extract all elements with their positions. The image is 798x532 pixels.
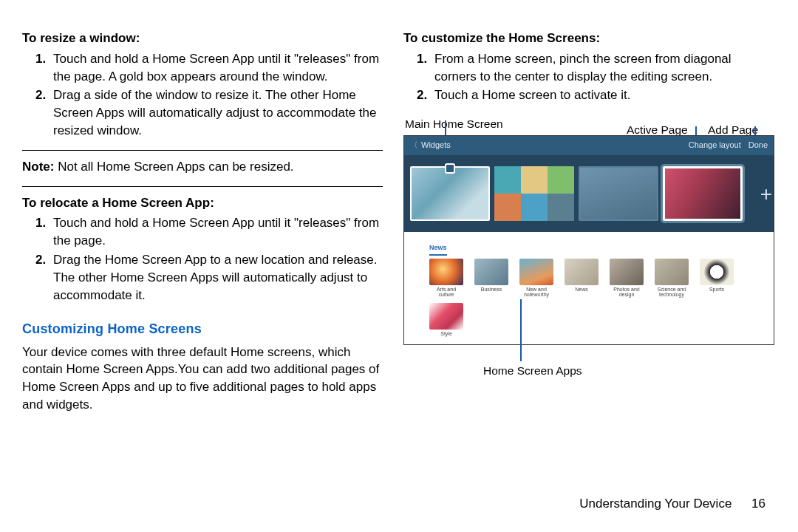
widget-caption: Science and technology: [655, 287, 689, 299]
widget-row: Arts and culture Business New and notewo…: [429, 259, 766, 299]
figure-pages-row: +: [404, 155, 774, 232]
note: Note: Not all Home Screen Apps can be re…: [22, 158, 383, 176]
figure-widgets-panel: News Arts and culture Business New and n…: [404, 232, 774, 345]
tab-news[interactable]: News: [429, 243, 447, 256]
page-thumb[interactable]: [579, 166, 658, 221]
chapter-title: Understanding Your Device: [579, 497, 732, 511]
callout-home-screen-apps: Home Screen Apps: [483, 363, 582, 379]
page-thumb-main[interactable]: [410, 166, 490, 221]
widget-icon: [565, 259, 598, 285]
widget-item[interactable]: Photos and design: [610, 259, 644, 299]
topbar-back-label: Widgets: [421, 140, 451, 151]
list-customize: From a Home screen, pinch the screen fro…: [403, 50, 776, 104]
list-item: Drag a side of the window to resize it. …: [53, 86, 383, 139]
list-item: Touch a Home screen to activate it.: [434, 86, 776, 104]
widget-item[interactable]: Science and technology: [655, 259, 689, 299]
widget-icon: [655, 259, 689, 285]
widget-caption: Style: [429, 331, 463, 343]
widget-icon: [429, 259, 463, 285]
widget-caption: Arts and culture: [429, 287, 463, 299]
widget-item[interactable]: Style: [429, 303, 463, 343]
home-icon: [445, 163, 455, 174]
widget-icon: [429, 303, 463, 330]
done-button[interactable]: Done: [748, 140, 768, 151]
list-item: Touch and hold a Home Screen App until i…: [53, 50, 383, 86]
widget-item[interactable]: Business: [474, 259, 508, 299]
heading-customize: To customize the Home Screens:: [403, 30, 776, 47]
divider: [22, 150, 383, 151]
figure-wrapper: Main Home Screen Active Page Add Page 〈 …: [403, 116, 776, 372]
widget-icon: [474, 259, 508, 285]
list-item: Touch and hold a Home Screen App until i…: [53, 214, 383, 250]
widget-caption: Sports: [700, 287, 734, 299]
note-label: Note:: [22, 160, 54, 174]
note-text: Not all Home Screen Apps can be resized.: [54, 160, 293, 174]
widget-caption: New and noteworthy: [519, 287, 553, 299]
widget-icon: [519, 259, 553, 285]
list-item: Drag the Home Screen App to a new locati…: [53, 251, 383, 304]
page-footer: Understanding Your Device 16: [579, 495, 765, 513]
list-relocate: Touch and hold a Home Screen App until i…: [22, 214, 383, 304]
callout-line: [520, 299, 522, 361]
add-page-button[interactable]: +: [747, 166, 774, 221]
section-title-customizing: Customizing Home Screens: [22, 320, 383, 338]
widget-caption: News: [565, 287, 598, 299]
page-thumb-active[interactable]: [663, 166, 743, 221]
change-layout-button[interactable]: Change layout: [689, 140, 741, 151]
callout-main-home: Main Home Screen: [405, 116, 503, 132]
back-widgets[interactable]: 〈 Widgets: [410, 140, 451, 151]
widget-item[interactable]: Arts and culture: [429, 259, 463, 299]
widget-item[interactable]: Sports: [700, 259, 734, 299]
figure-top-labels: Main Home Screen Active Page Add Page: [405, 116, 776, 135]
widget-icon: [610, 259, 644, 285]
widget-item[interactable]: News: [565, 259, 598, 299]
page-number: 16: [751, 497, 765, 511]
list-resize: Touch and hold a Home Screen App until i…: [22, 50, 383, 140]
widget-caption: Business: [474, 287, 508, 299]
list-item: From a Home screen, pinch the screen fro…: [434, 50, 776, 86]
widget-icon: [700, 259, 734, 285]
widget-caption: Photos and design: [610, 287, 644, 299]
left-column: To resize a window: Touch and hold a Hom…: [22, 30, 383, 417]
screenshot-figure: 〈 Widgets Change layout Done: [403, 135, 774, 345]
heading-relocate: To relocate a Home Screen App:: [22, 194, 383, 212]
divider: [22, 186, 383, 187]
widget-row: Style: [429, 303, 766, 343]
paragraph-customizing: Your device comes with three default Hom…: [22, 344, 383, 414]
page-thumb[interactable]: [494, 166, 574, 221]
heading-resize: To resize a window:: [22, 30, 383, 47]
widget-item[interactable]: New and noteworthy: [519, 259, 553, 299]
right-column: To customize the Home Screens: From a Ho…: [403, 30, 776, 417]
figure-topbar: 〈 Widgets Change layout Done: [404, 136, 774, 155]
chevron-left-icon: 〈: [412, 140, 417, 151]
